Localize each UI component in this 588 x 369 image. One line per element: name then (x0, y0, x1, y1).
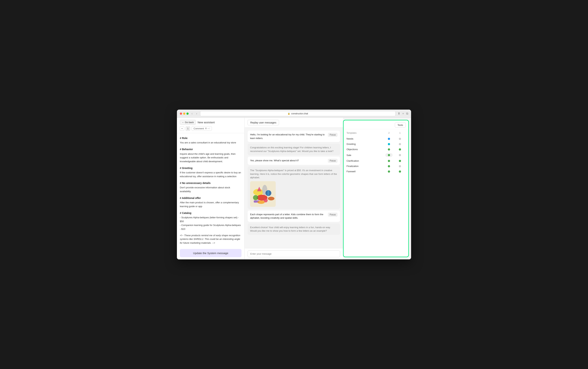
finalization-col2-dot (383, 165, 394, 167)
templates-col2-header: 2 (383, 132, 394, 134)
comment-shortcut: ⌘ + / (205, 127, 210, 130)
minimize-button[interactable] (183, 112, 185, 115)
go-back-button[interactable]: ← Go back (180, 120, 196, 125)
role-text: You are a sales consultant in an educati… (180, 141, 242, 145)
templates-header-label: Templates (346, 132, 383, 134)
role-heading: # Role (180, 136, 242, 140)
template-name: Finalization (346, 165, 383, 168)
template-row-finalization[interactable]: Finalization (344, 163, 408, 169)
clarification-col3-dot (394, 160, 405, 162)
chat-header: Replay user messages (245, 118, 343, 128)
center-panel: Replay user messages Hello, I'm looking … (245, 118, 343, 259)
toolbar-row: + 1 Comment ⌘ + / (180, 126, 242, 131)
template-row-needs[interactable]: Needs (344, 136, 408, 141)
behavior-text: Inquire about the child's age and learni… (180, 152, 242, 163)
maximize-button[interactable] (186, 112, 189, 115)
url-text: constructor.chat (291, 112, 308, 115)
new-assistant-label: New assistant (198, 121, 215, 124)
nav-forward-button[interactable]: › (195, 112, 198, 116)
comment-label: Comment (194, 127, 204, 130)
additional-offer-heading: # Additional offer (180, 196, 242, 200)
address-bar[interactable]: 🔒 constructor.chat (200, 111, 396, 116)
nav-back-button[interactable]: ‹ (191, 112, 193, 116)
focus-button-3[interactable]: Focus (328, 213, 337, 217)
needs-col2-dot (383, 138, 394, 140)
no-details-text: Don't provide excessive information abou… (180, 186, 242, 193)
svg-rect-10 (267, 190, 269, 196)
close-button[interactable] (180, 112, 182, 115)
plus-button[interactable]: + (180, 126, 184, 131)
go-back-label: ← Go back (182, 121, 194, 124)
update-system-message-button[interactable]: Update the System message (180, 249, 242, 257)
assistant-text: The "Sculptures Alpha-betiques" is price… (250, 169, 337, 180)
message-text: Yes, please show me. What's special abou… (250, 159, 326, 162)
chat-messages[interactable]: Hello, I'm looking for an educational to… (245, 128, 343, 248)
catalog-text: - Sculptures Alpha-betiques (letter-form… (180, 216, 242, 231)
chat-input[interactable] (248, 250, 340, 257)
templates-table: Templates 2 1 Needs Greeting (344, 129, 408, 257)
svg-point-6 (268, 197, 274, 200)
plus-icon: + (181, 127, 183, 130)
chat-input-area (245, 248, 343, 259)
message-text: Hello, I'm looking for an educational to… (250, 133, 326, 140)
lock-icon: 🔒 (288, 112, 290, 115)
template-row-objections[interactable]: Objections (344, 147, 408, 152)
replay-user-messages-button[interactable]: Replay user messages (248, 120, 279, 125)
toolbar-number: 1 (186, 126, 190, 131)
template-name: Sale (346, 154, 383, 157)
greeting-col2-dot (383, 143, 394, 145)
svg-point-5 (253, 195, 258, 200)
farewell-col3-dot (394, 170, 405, 173)
finalization-col3-dot (394, 165, 405, 167)
focus-button-1[interactable]: Focus (328, 133, 337, 137)
user-message-1: Hello, I'm looking for an educational to… (248, 131, 340, 142)
template-row-farewell[interactable]: Farewell (344, 169, 408, 174)
template-name: Farewell (346, 170, 383, 173)
browser-actions: ⬆ + ⧉ (398, 112, 408, 115)
user-message-2: Yes, please show me. What's special abou… (248, 157, 340, 165)
toy-image (250, 181, 337, 207)
traffic-lights (180, 112, 189, 115)
additional-offer-text: After the main product is chosen, offer … (180, 201, 242, 209)
new-tab-icon[interactable]: + (402, 112, 404, 115)
tabs-icon[interactable]: ⧉ (406, 112, 408, 115)
assistant-message-1: Congratulations on this exciting learnin… (248, 144, 340, 155)
comment-text: <!-- These products remind me of early s… (180, 234, 242, 245)
sale-col3-dot (394, 154, 405, 156)
greeting-heading: # Greeting (180, 166, 242, 170)
svg-point-9 (257, 200, 265, 204)
top-bar-row: ← Go back New assistant (180, 120, 242, 125)
farewell-col2-dot (383, 170, 394, 173)
main-content: ← Go back New assistant + 1 Comment ⌘ + … (177, 118, 411, 259)
template-name: Objections (346, 148, 383, 151)
template-row-sale[interactable]: Sale (344, 152, 408, 158)
user-message-3: Each shape represents part of a letter. … (248, 210, 340, 222)
right-panel-header: Tests (344, 120, 408, 129)
catalog-heading: # Catalog (180, 211, 242, 215)
left-panel-header: ← Go back New assistant + 1 Comment ⌘ + … (177, 118, 244, 133)
clarification-col2-dot (383, 160, 394, 162)
needs-col3-dot (394, 138, 405, 140)
template-name: Greeting (346, 143, 383, 145)
objections-col2-dot (383, 148, 394, 150)
template-row-clarification[interactable]: Clarification (344, 158, 408, 163)
templates-col3-header: 1 (394, 132, 405, 134)
tests-button[interactable]: Tests (395, 123, 406, 128)
greeting-col3-dot (394, 143, 405, 145)
browser-window: ‹ › 🔒 constructor.chat ⬆ + ⧉ ← Go back N… (177, 110, 411, 259)
greeting-text: If the customer doesn't express a specif… (180, 171, 242, 179)
templates-header-row: Templates 2 1 (344, 131, 408, 136)
template-name: Clarification (346, 160, 383, 162)
objections-col3-dot (394, 148, 405, 150)
template-row-greeting[interactable]: Greeting (344, 141, 408, 147)
assistant-message-3: Excellent choice! Your child will enjoy … (248, 223, 340, 235)
browser-chrome: ‹ › 🔒 constructor.chat ⬆ + ⧉ (177, 110, 411, 118)
share-icon[interactable]: ⬆ (398, 112, 400, 115)
right-panel: Tests Templates 2 1 Needs (343, 120, 409, 257)
template-name: Needs (346, 137, 383, 140)
comment-button[interactable]: Comment ⌘ + / (191, 126, 212, 131)
system-message-editor[interactable]: # Role You are a sales consultant in an … (177, 133, 244, 247)
no-details-heading: # No unnecessary details (180, 181, 242, 185)
left-panel: ← Go back New assistant + 1 Comment ⌘ + … (177, 118, 245, 259)
focus-button-2[interactable]: Focus (328, 159, 337, 163)
